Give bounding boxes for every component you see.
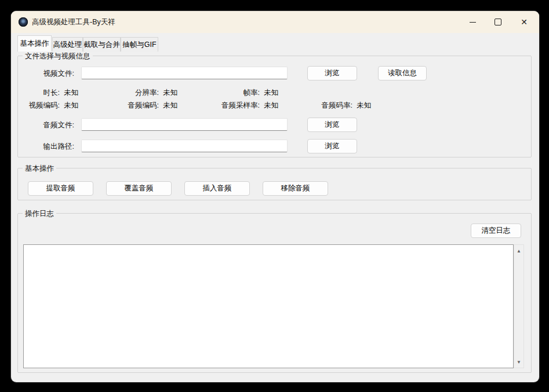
- info-resolution-label: 分辨率:: [69, 88, 159, 98]
- group-file-selection-title: 文件选择与视频信息: [23, 52, 93, 61]
- titlebar: 高级视频处理工具-By天祥 ✕: [11, 11, 539, 33]
- browse-audio-label: 浏览: [325, 120, 340, 130]
- desktop-background: { "window": { "title": "高级视频处理工具-By天祥" }…: [0, 0, 549, 392]
- info-audio-codec-label: 音频编码:: [69, 101, 159, 111]
- browse-video-label: 浏览: [325, 68, 340, 78]
- video-file-input[interactable]: [81, 67, 288, 79]
- tab-advanced-processing[interactable]: 高级处理: [52, 37, 83, 52]
- minimize-icon: [470, 22, 476, 23]
- extract-audio-label: 提取音频: [46, 184, 75, 193]
- log-scrollbar[interactable]: ▲ ▼: [514, 244, 524, 368]
- close-button[interactable]: ✕: [511, 13, 537, 31]
- minimize-button[interactable]: [460, 13, 485, 31]
- extract-audio-button[interactable]: 提取音频: [28, 181, 93, 196]
- remove-audio-label: 移除音频: [281, 184, 310, 193]
- clear-log-button[interactable]: 清空日志: [471, 224, 521, 238]
- close-icon: ✕: [521, 18, 528, 26]
- maximize-icon: [495, 19, 501, 25]
- browse-audio-button[interactable]: 浏览: [307, 118, 357, 132]
- insert-audio-button[interactable]: 插入音频: [184, 181, 250, 196]
- browse-video-button[interactable]: 浏览: [307, 66, 357, 80]
- tab-cut-and-merge[interactable]: 截取与合并: [83, 37, 121, 52]
- tab-frames-and-gif[interactable]: 抽帧与GIF: [121, 37, 158, 52]
- scrollbar-down-icon[interactable]: ▼: [514, 357, 523, 367]
- video-file-label: 视频文件:: [18, 69, 74, 78]
- info-video-codec-label: 视频编码:: [18, 101, 60, 111]
- app-window: 高级视频处理工具-By天祥 ✕ 基本操作 高级处理 截取与合并 抽帧与GIF 文…: [11, 11, 539, 382]
- group-operation-log-title: 操作日志: [23, 209, 56, 219]
- browse-output-label: 浏览: [325, 141, 340, 151]
- info-duration-label: 时长:: [18, 88, 60, 98]
- maximize-button[interactable]: [485, 13, 511, 31]
- tab-label: 截取与合并: [83, 40, 120, 50]
- info-framerate-label: 帧率:: [173, 88, 260, 98]
- info-audio-samplerate: 音频采样率: 未知: [173, 101, 278, 111]
- read-info-label: 读取信息: [388, 68, 417, 78]
- tab-label: 抽帧与GIF: [122, 40, 156, 50]
- app-icon: [19, 17, 28, 27]
- log-textarea[interactable]: [23, 244, 514, 368]
- audio-file-input[interactable]: [81, 118, 288, 131]
- scrollbar-up-icon[interactable]: ▲: [514, 246, 523, 255]
- audio-file-label: 音频文件:: [18, 120, 74, 130]
- remove-audio-button[interactable]: 移除音频: [263, 181, 328, 196]
- tab-basic-operations[interactable]: 基本操作: [17, 35, 52, 52]
- info-audio-codec: 音频编码: 未知: [69, 101, 177, 111]
- browse-output-button[interactable]: 浏览: [307, 139, 357, 153]
- window-title: 高级视频处理工具-By天祥: [32, 11, 115, 33]
- group-basic-operations-title: 基本操作: [23, 164, 56, 174]
- clear-log-label: 清空日志: [482, 226, 511, 236]
- info-resolution: 分辨率: 未知: [69, 88, 177, 98]
- info-framerate: 帧率: 未知: [173, 88, 278, 98]
- tab-label: 基本操作: [20, 39, 49, 49]
- info-framerate-value: 未知: [264, 88, 278, 98]
- overwrite-audio-button[interactable]: 覆盖音频: [106, 181, 172, 196]
- read-info-button[interactable]: 读取信息: [378, 66, 427, 80]
- tab-label: 高级处理: [53, 40, 82, 50]
- info-audio-bitrate: 音频码率: 未知: [266, 101, 371, 111]
- insert-audio-label: 插入音频: [203, 184, 232, 193]
- info-audio-bitrate-label: 音频码率:: [266, 101, 352, 111]
- info-audio-bitrate-value: 未知: [357, 101, 371, 111]
- info-audio-samplerate-label: 音频采样率:: [173, 101, 260, 111]
- overwrite-audio-label: 覆盖音频: [125, 184, 154, 193]
- output-path-label: 输出路径:: [18, 142, 74, 151]
- output-path-input[interactable]: [81, 140, 288, 152]
